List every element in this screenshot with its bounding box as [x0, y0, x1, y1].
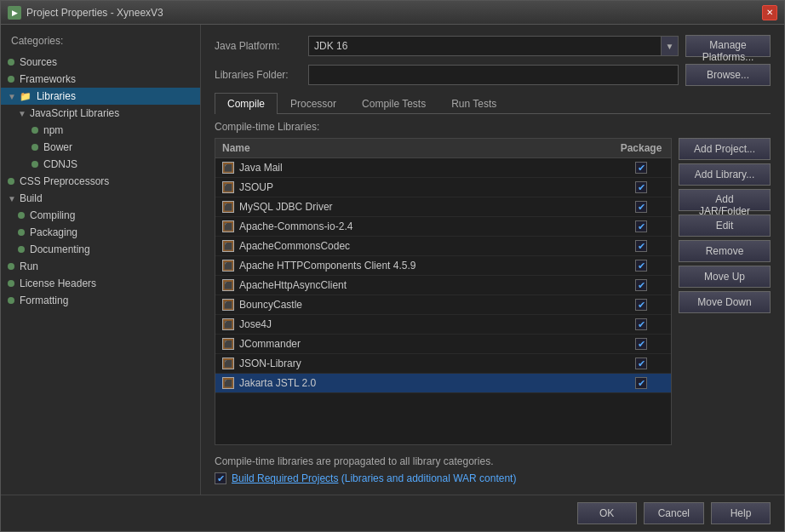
row-package: ✔	[611, 277, 671, 293]
library-icon: ⬛	[222, 318, 234, 330]
package-checkbox[interactable]: ✔	[635, 358, 647, 369]
package-checkbox[interactable]: ✔	[635, 279, 647, 291]
package-checkbox[interactable]: ✔	[635, 260, 647, 272]
libraries-table-section: Name Package ⬛ Java Mail ✔	[215, 138, 672, 445]
build-required-link[interactable]: Build Required Projects	[232, 472, 338, 484]
sidebar-item-label: Documenting	[30, 243, 90, 255]
build-required-row: ✔ Build Required Projects (Libraries and…	[215, 472, 771, 484]
footer-info-text: Compile-time libraries are propagated to…	[215, 452, 771, 467]
library-icon: ⬛	[222, 162, 234, 174]
categories-label: Categories:	[1, 31, 200, 54]
row-name: ⬛ Apache-Commons-io-2.4	[215, 219, 611, 234]
row-package: ✔	[611, 238, 671, 254]
build-required-text: (Libraries and additional WAR content)	[341, 472, 517, 484]
remove-button[interactable]: Remove	[679, 240, 771, 262]
table-row[interactable]: ⬛ JCommander ✔	[215, 335, 671, 354]
build-required-checkbox[interactable]: ✔	[215, 472, 226, 484]
add-project-button[interactable]: Add Project...	[679, 138, 771, 160]
right-panel: Java Platform: JDK 16 ▼ Manage Platforms…	[201, 25, 784, 495]
library-icon: ⬛	[222, 201, 234, 213]
row-package: ✔	[611, 258, 671, 273]
close-button[interactable]: ✕	[762, 5, 777, 20]
table-row[interactable]: ⬛ BouncyCastle ✔	[215, 295, 671, 315]
sidebar-item-cdnjs[interactable]: CDNJS	[1, 156, 200, 173]
sidebar-item-label: License Headers	[20, 277, 96, 289]
sidebar-item-css-preprocessors[interactable]: CSS Preprocessors	[1, 173, 200, 190]
library-icon: ⬛	[222, 299, 234, 311]
sidebar-item-frameworks[interactable]: Frameworks	[1, 71, 200, 88]
package-checkbox[interactable]: ✔	[635, 240, 647, 252]
java-platform-row: Java Platform: JDK 16 ▼ Manage Platforms…	[215, 35, 771, 57]
bullet-icon	[32, 127, 38, 134]
tabs: Compile Processor Compile Tests Run Test…	[215, 93, 771, 114]
add-jar-folder-button[interactable]: Add JAR/Folder	[679, 189, 771, 211]
bullet-icon	[32, 161, 38, 168]
sidebar-item-label: Compiling	[30, 209, 75, 221]
libraries-table[interactable]: Name Package ⬛ Java Mail ✔	[215, 138, 672, 445]
sidebar-item-formatting[interactable]: Formatting	[1, 292, 200, 309]
column-package: Package	[611, 139, 671, 157]
library-icon: ⬛	[222, 358, 234, 369]
combo-arrow-icon: ▼	[661, 37, 678, 55]
move-up-button[interactable]: Move Up	[679, 266, 771, 288]
add-library-button[interactable]: Add Library...	[679, 163, 771, 186]
library-icon: ⬛	[222, 377, 234, 389]
table-row[interactable]: ⬛ MySQL JDBC Driver ✔	[215, 197, 671, 217]
tab-compile-tests[interactable]: Compile Tests	[349, 93, 438, 114]
package-checkbox[interactable]: ✔	[635, 338, 647, 350]
sidebar-item-javascript-libraries[interactable]: ▼ JavaScript Libraries	[1, 105, 200, 122]
sidebar-item-documenting[interactable]: Documenting	[1, 241, 200, 258]
sidebar-item-run[interactable]: Run	[1, 258, 200, 275]
sidebar-item-label: Sources	[20, 56, 57, 68]
tab-processor[interactable]: Processor	[278, 93, 349, 114]
table-row[interactable]: ⬛ Java Mail ✔	[215, 158, 671, 178]
table-row[interactable]: ⬛ Apache HTTPComponents Client 4.5.9 ✔	[215, 256, 671, 276]
bullet-icon	[8, 297, 14, 304]
java-platform-value: JDK 16	[314, 40, 347, 52]
bullet-icon	[8, 59, 14, 66]
sidebar-item-sources[interactable]: Sources	[1, 54, 200, 71]
edit-button[interactable]: Edit	[679, 215, 771, 237]
sidebar-item-build[interactable]: ▼ Build	[1, 190, 200, 207]
sidebar: Categories: Sources Frameworks ▼ 📁 Libra…	[1, 25, 201, 495]
bullet-icon	[18, 229, 25, 236]
library-icon: ⬛	[222, 338, 234, 350]
java-platform-combo[interactable]: JDK 16 ▼	[308, 36, 679, 56]
ok-button[interactable]: OK	[577, 502, 637, 524]
table-row[interactable]: ⬛ Jakarta JSTL 2.0 ✔	[215, 374, 671, 393]
package-checkbox[interactable]: ✔	[635, 201, 647, 213]
package-checkbox[interactable]: ✔	[635, 181, 647, 193]
sidebar-item-license-headers[interactable]: License Headers	[1, 275, 200, 292]
move-down-button[interactable]: Move Down	[679, 291, 771, 313]
dialog-icon: ▶	[8, 6, 21, 20]
tab-compile[interactable]: Compile	[215, 93, 278, 114]
package-checkbox[interactable]: ✔	[635, 299, 647, 311]
browse-button[interactable]: Browse...	[685, 64, 771, 86]
manage-platforms-button[interactable]: Manage Platforms...	[685, 35, 771, 57]
sidebar-item-label: JavaScript Libraries	[30, 107, 119, 119]
expand-arrow-icon: ▼	[8, 92, 16, 101]
package-checkbox[interactable]: ✔	[635, 377, 647, 389]
help-button[interactable]: Help	[711, 502, 771, 524]
sidebar-item-npm[interactable]: npm	[1, 122, 200, 139]
package-checkbox[interactable]: ✔	[635, 318, 647, 330]
table-row[interactable]: ⬛ ApacheHttpAsyncClient ✔	[215, 276, 671, 295]
libraries-folder-input[interactable]	[308, 65, 679, 85]
table-row[interactable]: ⬛ Apache-Commons-io-2.4 ✔	[215, 217, 671, 237]
sidebar-item-bower[interactable]: Bower	[1, 139, 200, 156]
tab-run-tests[interactable]: Run Tests	[438, 93, 509, 114]
cancel-button[interactable]: Cancel	[644, 502, 704, 524]
table-row[interactable]: ⬛ ApacheCommonsCodec ✔	[215, 237, 671, 256]
sidebar-item-compiling[interactable]: Compiling	[1, 207, 200, 224]
row-name: ⬛ Apache HTTPComponents Client 4.5.9	[215, 258, 611, 273]
package-checkbox[interactable]: ✔	[635, 220, 647, 232]
sidebar-item-packaging[interactable]: Packaging	[1, 224, 200, 241]
row-name: ⬛ ApacheHttpAsyncClient	[215, 277, 611, 293]
build-required-label: Build Required Projects (Libraries and a…	[232, 472, 516, 484]
table-row[interactable]: ⬛ Jose4J ✔	[215, 315, 671, 335]
table-row[interactable]: ⬛ JSON-Library ✔	[215, 354, 671, 374]
sidebar-item-libraries[interactable]: ▼ 📁 Libraries	[1, 88, 200, 105]
package-checkbox[interactable]: ✔	[635, 162, 647, 174]
table-row[interactable]: ⬛ JSOUP ✔	[215, 178, 671, 197]
row-name: ⬛ BouncyCastle	[215, 297, 611, 312]
